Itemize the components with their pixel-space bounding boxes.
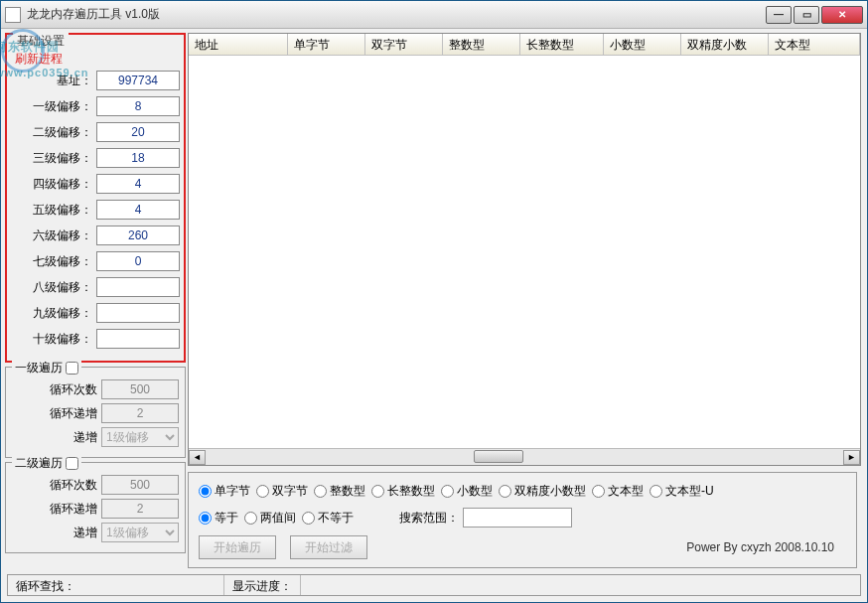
t2-inc-select[interactable]: 1级偏移 <box>101 523 179 542</box>
close-button[interactable]: ✕ <box>821 6 863 24</box>
radio-double[interactable]: 双精度小数型 <box>499 483 586 500</box>
upper-area: 河东软件园 www.pc0359.cn 基础设置 刷新进程 基址： 一级偏移： … <box>3 31 865 572</box>
radio-neq[interactable]: 不等于 <box>302 510 354 527</box>
t1-loopinc-input[interactable] <box>101 403 179 423</box>
col-byte[interactable]: 单字节 <box>288 34 365 55</box>
scroll-thumb[interactable] <box>474 450 523 463</box>
basic-settings-label: 基础设置 <box>13 33 69 50</box>
button-row: 开始遍历 开始过滤 Power By cxyzh 2008.10.10 <box>199 535 846 559</box>
off4-input[interactable] <box>96 174 180 194</box>
traverse1-checkbox[interactable] <box>66 362 78 375</box>
traverse2-box: 二级遍历 循环次数 循环递增 递增1级偏移 <box>5 462 186 553</box>
off8-input[interactable] <box>96 277 180 297</box>
list-body[interactable] <box>189 56 860 448</box>
window-title: 龙龙内存遍历工具 v1.0版 <box>27 6 766 23</box>
off3-input[interactable] <box>96 148 180 168</box>
base-input[interactable] <box>96 71 180 90</box>
type-radio-row: 单字节 双字节 整数型 长整数型 小数型 双精度小数型 文本型 文本型-U <box>199 483 846 500</box>
titlebar[interactable]: 龙龙内存遍历工具 v1.0版 — ▭ ✕ <box>1 1 867 29</box>
right-column: 地址 单字节 双字节 整数型 长整数型 小数型 双精度小数 文本型 ◄ ► <box>188 33 861 570</box>
left-column: 河东软件园 www.pc0359.cn 基础设置 刷新进程 基址： 一级偏移： … <box>3 31 188 572</box>
off7-input[interactable] <box>96 251 180 271</box>
power-by-label: Power By cxyzh 2008.10.10 <box>686 540 846 554</box>
refresh-process-link[interactable]: 刷新进程 <box>15 51 63 68</box>
off9-label: 九级偏移： <box>33 305 92 322</box>
t2-loopcount-input[interactable] <box>101 475 179 495</box>
t1-inc-select[interactable]: 1级偏移 <box>101 427 179 447</box>
off9-input[interactable] <box>96 303 180 323</box>
traverse1-label: 一级遍历 <box>12 360 81 377</box>
t1-loopcount-label: 循环次数 <box>36 381 97 398</box>
off1-input[interactable] <box>96 96 180 116</box>
t2-inc-label: 递增 <box>36 525 97 541</box>
col-double[interactable]: 双精度小数 <box>681 34 769 55</box>
off10-label: 十级偏移： <box>33 331 92 348</box>
start-filter-button[interactable]: 开始过滤 <box>290 535 367 559</box>
off2-input[interactable] <box>96 122 180 142</box>
window-buttons: — ▭ ✕ <box>766 6 863 24</box>
col-dbyte[interactable]: 双字节 <box>365 34 443 55</box>
field-list: 基址： 一级偏移： 二级偏移： 三级偏移： 四级偏移： 五级偏移： 六级偏移： … <box>11 37 180 349</box>
op-radio-row: 等于 两值间 不等于 搜索范围： <box>199 508 846 528</box>
status-progress: 显示进度： <box>224 575 301 595</box>
t1-inc-label: 递增 <box>36 429 97 446</box>
scroll-right-icon[interactable]: ► <box>843 450 860 465</box>
search-range: 搜索范围： <box>399 508 572 528</box>
radio-long[interactable]: 长整数型 <box>371 483 435 500</box>
off4-label: 四级偏移： <box>33 176 92 193</box>
t2-loopcount-label: 循环次数 <box>36 477 97 494</box>
off8-label: 八级偏移： <box>33 279 92 296</box>
off2-label: 二级偏移： <box>33 124 92 141</box>
filter-box: 单字节 双字节 整数型 长整数型 小数型 双精度小数型 文本型 文本型-U 等于… <box>188 472 857 568</box>
search-range-label: 搜索范围： <box>399 510 459 527</box>
basic-settings-box: 河东软件园 www.pc0359.cn 基础设置 刷新进程 基址： 一级偏移： … <box>5 33 186 363</box>
t2-loopinc-input[interactable] <box>101 499 179 519</box>
status-bar: 循环查找： 显示进度： <box>7 574 861 596</box>
radio-dbyte[interactable]: 双字节 <box>256 483 308 500</box>
scroll-track[interactable] <box>206 450 843 465</box>
off1-label: 一级偏移： <box>33 98 92 115</box>
off5-input[interactable] <box>96 200 180 220</box>
scroll-left-icon[interactable]: ◄ <box>189 450 206 465</box>
status-loopfind: 循环查找： <box>8 575 224 595</box>
minimize-button[interactable]: — <box>766 6 792 24</box>
radio-byte[interactable]: 单字节 <box>199 483 250 500</box>
t1-loopinc-label: 循环递增 <box>36 405 97 422</box>
col-int[interactable]: 整数型 <box>443 34 520 55</box>
radio-eq[interactable]: 等于 <box>199 510 238 527</box>
list-header: 地址 单字节 双字节 整数型 长整数型 小数型 双精度小数 文本型 <box>189 34 860 56</box>
t2-loopinc-label: 循环递增 <box>36 501 97 518</box>
start-traverse-button[interactable]: 开始遍历 <box>199 535 276 559</box>
traverse1-box: 一级遍历 循环次数 循环递增 递增1级偏移 <box>5 367 186 458</box>
result-list: 地址 单字节 双字节 整数型 长整数型 小数型 双精度小数 文本型 ◄ ► <box>188 33 861 466</box>
off10-input[interactable] <box>96 329 180 349</box>
off7-label: 七级偏移： <box>33 253 92 270</box>
radio-textu[interactable]: 文本型-U <box>650 483 714 500</box>
traverse2-label: 二级遍历 <box>12 455 81 472</box>
base-label: 基址： <box>33 73 92 89</box>
radio-text[interactable]: 文本型 <box>592 483 644 500</box>
horizontal-scrollbar[interactable]: ◄ ► <box>189 448 860 465</box>
off6-label: 六级偏移： <box>33 227 92 244</box>
radio-int[interactable]: 整数型 <box>314 483 365 500</box>
radio-between[interactable]: 两值间 <box>244 510 296 527</box>
col-float[interactable]: 小数型 <box>604 34 681 55</box>
off5-label: 五级偏移： <box>33 202 92 219</box>
off3-label: 三级偏移： <box>33 150 92 167</box>
app-window: 龙龙内存遍历工具 v1.0版 — ▭ ✕ 河东软件园 www.pc0359.cn… <box>0 0 868 603</box>
search-range-input[interactable] <box>463 508 572 528</box>
off6-input[interactable] <box>96 226 180 245</box>
radio-float[interactable]: 小数型 <box>441 483 493 500</box>
t1-loopcount-input[interactable] <box>101 379 179 399</box>
traverse2-checkbox[interactable] <box>66 457 78 470</box>
content-area: 河东软件园 www.pc0359.cn 基础设置 刷新进程 基址： 一级偏移： … <box>1 29 867 602</box>
col-text[interactable]: 文本型 <box>769 34 860 55</box>
app-icon <box>5 7 21 23</box>
maximize-button[interactable]: ▭ <box>794 6 819 24</box>
col-long[interactable]: 长整数型 <box>520 34 604 55</box>
col-addr[interactable]: 地址 <box>189 34 288 55</box>
